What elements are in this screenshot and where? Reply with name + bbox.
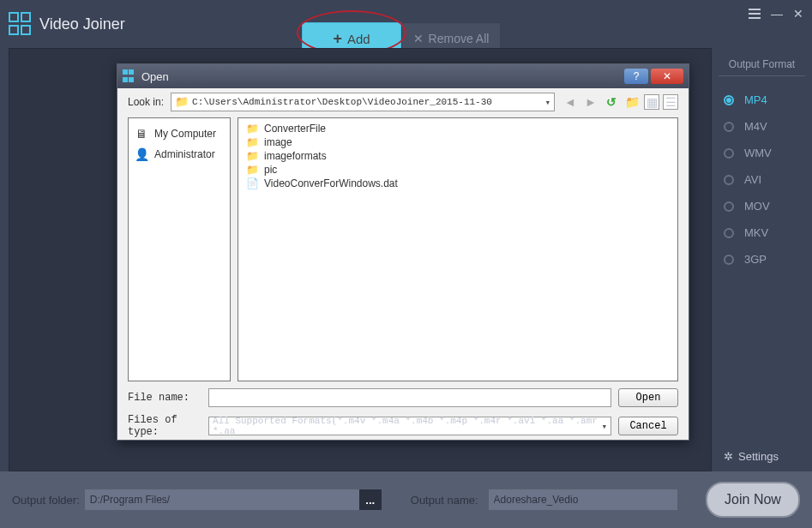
nav-back-icon[interactable]: ◄: [562, 93, 579, 111]
file-name: ConverterFile: [264, 123, 326, 135]
dialog-help-button[interactable]: ?: [624, 69, 648, 84]
folder-icon: 📁: [245, 150, 259, 162]
new-folder-icon[interactable]: 📁: [623, 93, 641, 111]
output-folder-label: Output folder:: [12, 494, 80, 507]
settings-label: Settings: [738, 450, 779, 463]
place-label: Administrator: [154, 148, 215, 160]
dialog-titlebar: Open ? ✕: [117, 64, 689, 88]
file-icon: 📄: [245, 177, 259, 189]
output-folder-input[interactable]: [85, 489, 359, 510]
add-button-label: Add: [347, 32, 370, 46]
minimize-icon[interactable]: —: [771, 7, 783, 21]
format-label: M4V: [744, 120, 767, 133]
radio-icon: [724, 228, 734, 238]
close-window-icon[interactable]: ✕: [793, 7, 803, 21]
dialog-title: Open: [141, 70, 622, 83]
cancel-button[interactable]: Cancel: [618, 417, 678, 435]
place-item[interactable]: 👤Administrator: [132, 144, 226, 165]
remove-all-label: Remove All: [429, 32, 490, 45]
app-title: Video Joiner: [39, 15, 125, 33]
file-name: pic: [264, 164, 277, 176]
footer-bar: Output folder: ... Output name: Join Now: [0, 471, 812, 528]
format-label: MKV: [744, 226, 768, 239]
settings-link[interactable]: ✲ Settings: [724, 450, 779, 463]
radio-icon: [724, 201, 734, 212]
open-button[interactable]: Open: [618, 388, 678, 407]
format-label: MOV: [744, 200, 770, 213]
file-name: image: [264, 136, 292, 148]
file-item[interactable]: 📁image: [244, 135, 672, 149]
output-name-label: Output name:: [411, 494, 478, 507]
dialog-close-button[interactable]: ✕: [651, 69, 683, 84]
menu-icon[interactable]: [749, 9, 761, 19]
folder-icon: 📁: [245, 164, 259, 176]
format-option-m4v[interactable]: M4V: [719, 113, 805, 140]
filetype-combo[interactable]: All Supported Formats(*.m4v *.m4a *.m4b …: [208, 417, 611, 435]
output-format-sidebar: Output Format MP4M4VWMVAVIMOVMKV3GP ✲ Se…: [712, 48, 812, 471]
file-item[interactable]: 📁pic: [244, 163, 672, 177]
nav-forward-icon[interactable]: ►: [582, 93, 599, 111]
filename-label: File name:: [128, 392, 201, 404]
filetype-label: Files of type:: [128, 414, 201, 438]
lookin-combo[interactable]: 📁 C:\Users\Administrator\Desktop\VideoJo…: [171, 93, 555, 111]
nav-up-icon[interactable]: ↺: [603, 93, 620, 111]
view-list-button[interactable]: ☰: [663, 94, 678, 110]
folder-icon: 📁: [245, 123, 259, 135]
gear-icon: ✲: [724, 450, 733, 463]
browse-folder-button[interactable]: ...: [359, 489, 382, 510]
dialog-app-icon: [123, 69, 136, 83]
file-list-panel: 📁ConverterFile📁image📁imageformats📁pic📄Vi…: [238, 117, 678, 381]
file-item[interactable]: 📄VideoConverForWindows.dat: [244, 177, 672, 190]
format-label: MP4: [744, 93, 767, 106]
format-option-3gp[interactable]: 3GP: [719, 246, 805, 273]
format-option-wmv[interactable]: WMV: [719, 140, 805, 166]
open-dialog: Open ? ✕ Look in: 📁 C:\Users\Administrat…: [117, 63, 689, 441]
sidebar-title: Output Format: [719, 58, 805, 70]
radio-icon: [724, 255, 734, 265]
lookin-label: Look in:: [128, 96, 164, 108]
folder-icon: 📁: [175, 95, 189, 109]
radio-icon: [724, 175, 734, 185]
format-option-mp4[interactable]: MP4: [719, 87, 805, 113]
format-option-mkv[interactable]: MKV: [719, 219, 805, 246]
lookin-path: C:\Users\Administrator\Desktop\VideoJoin…: [192, 97, 492, 107]
output-name-input[interactable]: [489, 489, 677, 510]
place-icon: 👤: [134, 147, 149, 161]
place-label: My Computer: [154, 128, 216, 140]
x-icon: ✕: [413, 32, 424, 45]
plus-icon: +: [333, 30, 342, 48]
chevron-down-icon: ▾: [544, 97, 550, 108]
place-item[interactable]: 🖥My Computer: [132, 123, 226, 144]
file-item[interactable]: 📁ConverterFile: [244, 122, 672, 135]
app-logo-icon: [9, 12, 33, 36]
format-label: WMV: [744, 147, 772, 159]
radio-icon: [724, 122, 734, 132]
view-icons-button[interactable]: ▦: [644, 94, 659, 110]
filename-input[interactable]: [208, 388, 611, 407]
file-name: VideoConverForWindows.dat: [264, 177, 398, 189]
format-option-avi[interactable]: AVI: [719, 166, 805, 193]
folder-icon: 📁: [245, 136, 259, 148]
filetype-value: All Supported Formats(*.m4v *.m4a *.m4b …: [213, 416, 601, 436]
format-option-mov[interactable]: MOV: [719, 193, 805, 219]
file-name: imageformats: [264, 150, 327, 162]
place-icon: 🖥: [134, 127, 149, 141]
places-panel: 🖥My Computer👤Administrator: [128, 117, 231, 381]
radio-icon: [724, 148, 734, 159]
join-now-button[interactable]: Join Now: [706, 482, 800, 518]
radio-icon: [724, 95, 734, 105]
file-item[interactable]: 📁imageformats: [244, 149, 672, 163]
format-label: AVI: [744, 173, 761, 186]
format-label: 3GP: [744, 253, 767, 266]
chevron-down-icon: ▾: [601, 421, 607, 432]
